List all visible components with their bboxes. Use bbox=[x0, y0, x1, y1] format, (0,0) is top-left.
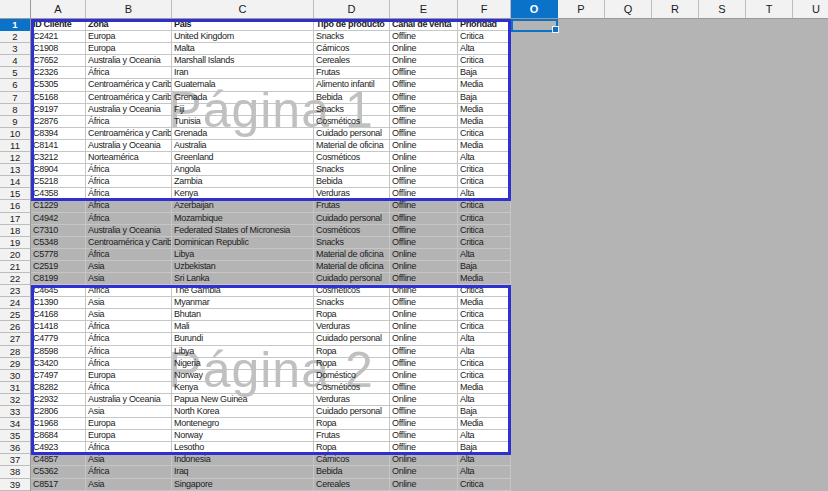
row-header-22[interactable]: 22 bbox=[0, 273, 30, 285]
row-header-16[interactable]: 16 bbox=[0, 200, 30, 212]
cell-E6[interactable]: Offline bbox=[390, 79, 458, 91]
cell-E10[interactable]: Offline bbox=[390, 128, 458, 140]
cell-A38[interactable]: C5362 bbox=[31, 466, 86, 478]
cell-E34[interactable]: Offline bbox=[390, 418, 458, 430]
cell-C31[interactable]: Kenya bbox=[172, 382, 314, 394]
cell-A9[interactable]: C2876 bbox=[31, 116, 86, 128]
row-header-29[interactable]: 29 bbox=[0, 358, 30, 370]
row-header-35[interactable]: 35 bbox=[0, 430, 30, 442]
cell-C15[interactable]: Kenya bbox=[172, 188, 314, 200]
col-header-A[interactable]: A bbox=[31, 0, 86, 18]
cell-C4[interactable]: Marshall Islands bbox=[172, 55, 314, 67]
cell-A14[interactable]: C5218 bbox=[31, 176, 86, 188]
cell-E22[interactable]: Offline bbox=[390, 273, 458, 285]
cell-B22[interactable]: Asia bbox=[86, 273, 172, 285]
cell-E20[interactable]: Online bbox=[390, 249, 458, 261]
cell-C2[interactable]: United Kingdom bbox=[172, 31, 314, 43]
cell-E26[interactable]: Online bbox=[390, 321, 458, 333]
row-header-6[interactable]: 6 bbox=[0, 79, 30, 91]
row-header-26[interactable]: 26 bbox=[0, 321, 30, 333]
cell-D8[interactable]: Snacks bbox=[314, 104, 390, 116]
cell-F20[interactable]: Alta bbox=[458, 249, 511, 261]
cell-E33[interactable]: Offline bbox=[390, 406, 458, 418]
cell-D18[interactable]: Cosméticos bbox=[314, 225, 390, 237]
cell-B6[interactable]: Centroamérica y Caribe bbox=[86, 79, 172, 91]
cell-B39[interactable]: Asia bbox=[86, 479, 172, 491]
cell-F18[interactable]: Critica bbox=[458, 225, 511, 237]
cell-D17[interactable]: Cuidado personal bbox=[314, 213, 390, 225]
cell-C35[interactable]: Norway bbox=[172, 430, 314, 442]
cell-D16[interactable]: Frutas bbox=[314, 200, 390, 212]
cell-A29[interactable]: C3420 bbox=[31, 358, 86, 370]
cell-B9[interactable]: África bbox=[86, 116, 172, 128]
cell-E7[interactable]: Offline bbox=[390, 92, 458, 104]
col-header-S[interactable]: S bbox=[699, 0, 746, 18]
cell-C27[interactable]: Burundi bbox=[172, 333, 314, 345]
cell-B5[interactable]: África bbox=[86, 67, 172, 79]
col-header-Q[interactable]: Q bbox=[605, 0, 652, 18]
cell-C19[interactable]: Dominican Republic bbox=[172, 237, 314, 249]
cell-B20[interactable]: África bbox=[86, 249, 172, 261]
cell-C21[interactable]: Uzbekistan bbox=[172, 261, 314, 273]
cell-D26[interactable]: Verduras bbox=[314, 321, 390, 333]
cell-D27[interactable]: Cuidado personal bbox=[314, 333, 390, 345]
cell-E31[interactable]: Offline bbox=[390, 382, 458, 394]
cell-B18[interactable]: Australia y Oceania bbox=[86, 225, 172, 237]
cell-A32[interactable]: C2932 bbox=[31, 394, 86, 406]
cell-E5[interactable]: Offline bbox=[390, 67, 458, 79]
row-header-23[interactable]: 23 bbox=[0, 285, 30, 297]
cell-B23[interactable]: África bbox=[86, 285, 172, 297]
row-header-17[interactable]: 17 bbox=[0, 213, 30, 225]
cell-A16[interactable]: C1229 bbox=[31, 200, 86, 212]
cell-A20[interactable]: C5778 bbox=[31, 249, 86, 261]
cell-B13[interactable]: África bbox=[86, 164, 172, 176]
cell-A35[interactable]: C8684 bbox=[31, 430, 86, 442]
cell-C1[interactable]: Pais bbox=[172, 19, 314, 31]
cell-D20[interactable]: Material de oficina bbox=[314, 249, 390, 261]
cell-A27[interactable]: C4779 bbox=[31, 333, 86, 345]
row-header-37[interactable]: 37 bbox=[0, 454, 30, 466]
row-header-18[interactable]: 18 bbox=[0, 225, 30, 237]
cell-B1[interactable]: Zona bbox=[86, 19, 172, 31]
cell-C9[interactable]: Tunisia bbox=[172, 116, 314, 128]
cell-F7[interactable]: Baja bbox=[458, 92, 511, 104]
cell-B29[interactable]: África bbox=[86, 358, 172, 370]
cell-A4[interactable]: C7652 bbox=[31, 55, 86, 67]
cell-F5[interactable]: Baja bbox=[458, 67, 511, 79]
cell-F24[interactable]: Media bbox=[458, 297, 511, 309]
cell-C6[interactable]: Guatemala bbox=[172, 79, 314, 91]
row-header-36[interactable]: 36 bbox=[0, 442, 30, 454]
cell-F1[interactable]: Prioridad bbox=[458, 19, 511, 31]
cell-F12[interactable]: Alta bbox=[458, 152, 511, 164]
cell-E8[interactable]: Offline bbox=[390, 104, 458, 116]
row-header-39[interactable]: 39 bbox=[0, 479, 30, 491]
cell-E14[interactable]: Offline bbox=[390, 176, 458, 188]
cell-C26[interactable]: Mali bbox=[172, 321, 314, 333]
cell-A24[interactable]: C1390 bbox=[31, 297, 86, 309]
col-header-O[interactable]: O bbox=[511, 0, 558, 18]
cell-D4[interactable]: Cereales bbox=[314, 55, 390, 67]
cell-F33[interactable]: Baja bbox=[458, 406, 511, 418]
cell-B7[interactable]: Centroamérica y Caribe bbox=[86, 92, 172, 104]
cell-F37[interactable]: Alta bbox=[458, 454, 511, 466]
cell-C12[interactable]: Greenland bbox=[172, 152, 314, 164]
cell-E35[interactable]: Offline bbox=[390, 430, 458, 442]
selected-cell-O1[interactable] bbox=[511, 19, 558, 32]
cell-F4[interactable]: Critica bbox=[458, 55, 511, 67]
col-header-D[interactable]: D bbox=[314, 0, 390, 18]
cell-C24[interactable]: Myanmar bbox=[172, 297, 314, 309]
cell-F21[interactable]: Baja bbox=[458, 261, 511, 273]
cell-B37[interactable]: Asia bbox=[86, 454, 172, 466]
cell-F10[interactable]: Critica bbox=[458, 128, 511, 140]
cell-B19[interactable]: Centroamérica y Caribe bbox=[86, 237, 172, 249]
cell-F3[interactable]: Alta bbox=[458, 43, 511, 55]
row-header-27[interactable]: 27 bbox=[0, 333, 30, 345]
row-header-1[interactable]: 1 bbox=[0, 19, 30, 31]
cell-A7[interactable]: C5168 bbox=[31, 92, 86, 104]
row-header-8[interactable]: 8 bbox=[0, 104, 30, 116]
col-header-B[interactable]: B bbox=[86, 0, 172, 18]
cell-A28[interactable]: C8598 bbox=[31, 346, 86, 358]
cell-E30[interactable]: Online bbox=[390, 370, 458, 382]
col-header-R[interactable]: R bbox=[652, 0, 699, 18]
cell-D23[interactable]: Cosméticos bbox=[314, 285, 390, 297]
